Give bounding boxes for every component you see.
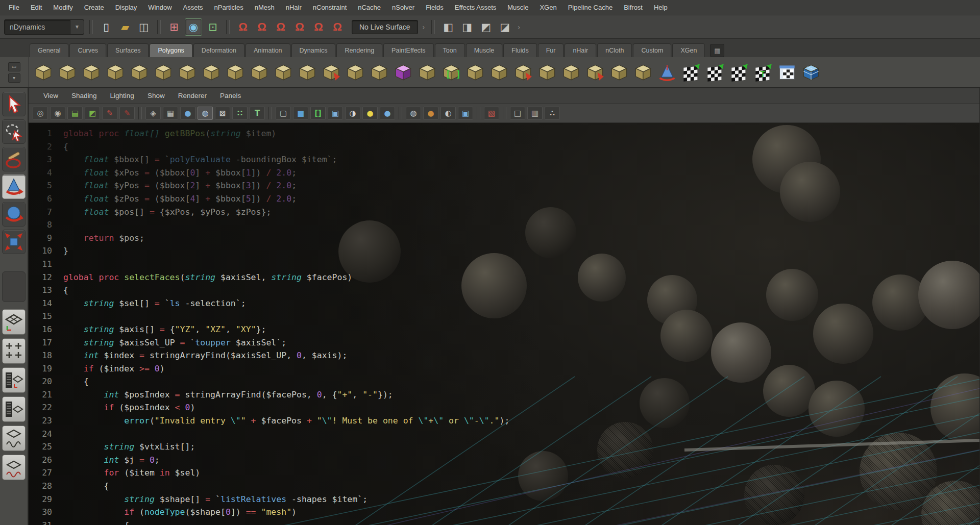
panel-menu-shading[interactable]: Shading bbox=[65, 88, 104, 104]
extrude-icon[interactable] bbox=[513, 63, 533, 82]
menu-set-selector[interactable]: nDynamics ▼ bbox=[4, 19, 84, 35]
smooth-icon[interactable] bbox=[418, 63, 437, 82]
scale-tool[interactable] bbox=[2, 230, 26, 254]
menu-edit[interactable]: Edit bbox=[25, 0, 47, 15]
menu-window[interactable]: Window bbox=[142, 0, 177, 15]
select-camera-icon[interactable]: ◎ bbox=[33, 107, 48, 120]
new-scene-icon[interactable]: ▯ bbox=[98, 19, 114, 35]
rotate-tool[interactable] bbox=[2, 202, 26, 227]
panel-menu-panels[interactable]: Panels bbox=[213, 88, 248, 104]
shelf-tab-fluids[interactable]: Fluids bbox=[503, 43, 536, 57]
booleans-icon[interactable] bbox=[394, 63, 413, 82]
bookmarks-icon[interactable]: ▤ bbox=[67, 107, 83, 120]
move-tool[interactable] bbox=[2, 174, 26, 199]
toolbar-grip[interactable] bbox=[431, 20, 435, 34]
bridge-icon[interactable] bbox=[489, 63, 509, 82]
menu-nhair[interactable]: nHair bbox=[280, 0, 307, 15]
grid-icon[interactable]: ◈ bbox=[145, 107, 161, 120]
polygon-soccer-ball-icon[interactable] bbox=[274, 63, 293, 82]
extract-icon[interactable] bbox=[370, 63, 389, 82]
automatic-mapping-icon[interactable]: T bbox=[753, 63, 773, 82]
image-plane-icon[interactable]: ◩ bbox=[85, 107, 100, 120]
shelf-tab-animation[interactable]: Animation bbox=[246, 43, 290, 57]
menu-display[interactable]: Display bbox=[110, 0, 143, 15]
film-gate-icon[interactable]: ▦ bbox=[163, 107, 178, 120]
ambient-light-icon[interactable]: ● bbox=[423, 107, 438, 120]
select-hierarchy-icon[interactable]: ⊞ bbox=[166, 19, 182, 35]
camera-attributes-icon[interactable]: ◉ bbox=[50, 107, 65, 120]
menu-ncache[interactable]: nCache bbox=[352, 0, 386, 15]
merge-icon[interactable] bbox=[537, 63, 557, 82]
menu-effects-assets[interactable]: Effects Assets bbox=[449, 0, 502, 15]
chevron-down-icon[interactable]: ▼ bbox=[70, 20, 84, 34]
live-surface-field[interactable]: No Live Surface bbox=[352, 20, 418, 34]
multi-pane-layout[interactable] bbox=[2, 455, 26, 480]
wireframe-sphere-icon[interactable]: ◍ bbox=[198, 107, 213, 120]
isolate-select-icon[interactable]: ▧ bbox=[484, 107, 499, 120]
paint-select-tool[interactable] bbox=[2, 147, 26, 171]
render-view-icon[interactable]: ◧ bbox=[440, 19, 456, 35]
gate-mask-icon[interactable]: ⊠ bbox=[215, 107, 230, 120]
shelf-tab-deformation[interactable]: Deformation bbox=[193, 43, 244, 57]
hypergraph-persp-layout[interactable] bbox=[2, 396, 26, 422]
layered-panels-icon[interactable]: ▥ bbox=[527, 107, 543, 120]
select-tool[interactable] bbox=[2, 92, 26, 116]
save-scene-icon[interactable]: ◫ bbox=[136, 19, 152, 35]
menu-fields[interactable]: Fields bbox=[420, 0, 449, 15]
outliner-persp-layout[interactable] bbox=[2, 367, 26, 393]
toolbar-grip[interactable] bbox=[157, 20, 161, 34]
viewport[interactable]: 1global proc float[] getBBPos(string $it… bbox=[29, 123, 979, 525]
snap-to-grid-icon[interactable]: Ω bbox=[235, 19, 251, 35]
polygon-pipe-icon[interactable] bbox=[226, 63, 245, 82]
shelf-tab-general[interactable]: General bbox=[30, 43, 68, 57]
menu-bifrost[interactable]: Bifrost bbox=[618, 0, 648, 15]
polygon-helix-icon[interactable] bbox=[250, 63, 269, 82]
shelf-tab-toggle-icon[interactable]: ▭ bbox=[8, 62, 20, 71]
toolbar-grip[interactable] bbox=[226, 20, 230, 34]
polygon-cone-icon[interactable] bbox=[106, 63, 125, 82]
polygon-cube-icon[interactable] bbox=[58, 63, 77, 82]
select-object-icon[interactable]: ◉ bbox=[185, 18, 202, 36]
panel-menu-show[interactable]: Show bbox=[141, 88, 172, 104]
textured-cube-icon[interactable]: ▣ bbox=[328, 107, 343, 120]
menu-pipeline-cache[interactable]: Pipeline Cache bbox=[562, 0, 618, 15]
combine-icon[interactable] bbox=[322, 63, 341, 82]
menu-muscle[interactable]: Muscle bbox=[502, 0, 534, 15]
render-current-frame-icon[interactable]: ◨ bbox=[459, 19, 475, 35]
split-mesh-icon[interactable] bbox=[609, 63, 629, 82]
polygon-torus-icon[interactable] bbox=[154, 63, 173, 82]
menu-nparticles[interactable]: nParticles bbox=[209, 0, 249, 15]
two-sided-lighting-icon[interactable]: ∷ bbox=[232, 107, 248, 120]
chevron-right-icon[interactable]: › bbox=[516, 23, 522, 31]
menu-assets[interactable]: Assets bbox=[178, 0, 209, 15]
shelf-tab-dynamics[interactable]: Dynamics bbox=[291, 43, 336, 57]
planar-mapping-icon[interactable] bbox=[681, 63, 701, 82]
shelf-editor-icon[interactable]: ▦ bbox=[710, 44, 724, 57]
shelf-tab-painteffects[interactable]: PaintEffects bbox=[383, 43, 433, 57]
blue-light-icon[interactable]: ● bbox=[380, 107, 395, 120]
snap-to-projected-center-icon[interactable]: Ω bbox=[291, 19, 308, 35]
default-light-icon[interactable]: ◍ bbox=[406, 107, 421, 120]
polygon-plane-icon[interactable] bbox=[130, 63, 149, 82]
menu-create[interactable]: Create bbox=[79, 0, 110, 15]
toolbar-grip[interactable] bbox=[89, 20, 93, 34]
open-scene-icon[interactable]: ▰ bbox=[117, 19, 133, 35]
object-detail-icon[interactable]: □ bbox=[510, 107, 525, 120]
menu-nsolver[interactable]: nSolver bbox=[386, 0, 420, 15]
separate-icon[interactable] bbox=[346, 63, 365, 82]
persp-graph-layout[interactable] bbox=[2, 426, 26, 451]
checker-sphere-icon[interactable]: ◑ bbox=[345, 107, 360, 120]
panel-menu-view[interactable]: View bbox=[37, 88, 65, 104]
snap-to-point-icon[interactable]: Ω bbox=[273, 19, 289, 35]
ipr-render-icon[interactable]: ◩ bbox=[478, 19, 494, 35]
four-pane-layout[interactable] bbox=[2, 338, 26, 364]
lasso-select-tool[interactable] bbox=[2, 119, 26, 144]
menu-nconstraint[interactable]: nConstraint bbox=[307, 0, 352, 15]
polygon-sphere-icon[interactable] bbox=[34, 63, 53, 82]
paint-effects-icon[interactable]: ✎ bbox=[119, 107, 135, 120]
menu-modify[interactable]: Modify bbox=[47, 0, 78, 15]
panel-menu-lighting[interactable]: Lighting bbox=[104, 88, 141, 104]
texture-view-icon[interactable]: T bbox=[250, 107, 265, 120]
blue-cubes-icon[interactable]: ▣ bbox=[458, 107, 473, 120]
shelf-tab-fur[interactable]: Fur bbox=[538, 43, 564, 57]
